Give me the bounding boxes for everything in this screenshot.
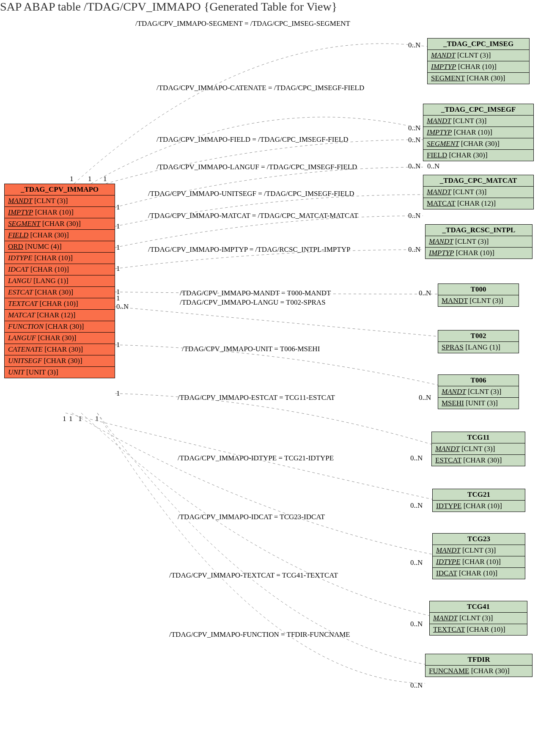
entity-matcat-header: _TDAG_CPC_MATCAT (423, 175, 533, 187)
relation-label: /TDAG/CPV_IMMAPO-LANGU = T002-SPRAS (180, 298, 326, 307)
cardinality-label: 0..N (419, 289, 431, 297)
cardinality-label: 1 (69, 415, 73, 423)
relation-label: /TDAG/CPV_IMMAPO-TEXTCAT = TCG41-TEXTCAT (169, 571, 338, 580)
entity-main-field: SEGMENT [CHAR (30)] (5, 218, 115, 230)
relation-label: /TDAG/CPV_IMMAPO-IMPTYP = /TDAG/RCSC_INT… (148, 245, 350, 254)
cardinality-label: 0..N (408, 245, 420, 254)
entity-main-field: FUNCTION [CHAR (30)] (5, 321, 115, 333)
relation-label: /TDAG/CPV_IMMAPO-LANGUF = /TDAG/CPC_IMSE… (156, 163, 357, 171)
cardinality-label: 0..N (410, 454, 423, 462)
entity-t006-header: T006 (438, 375, 519, 386)
entity-matcat: _TDAG_CPC_MATCATMANDT [CLNT (3)]MATCAT [… (423, 175, 534, 209)
entity-t000: T000MANDT [CLNT (3)] (438, 283, 519, 307)
entity-tcg11-header: TCG11 (432, 432, 525, 443)
cardinality-label: 1 (70, 175, 74, 183)
entity-main-field: ESTCAT [CHAR (30)] (5, 287, 115, 298)
cardinality-label: 0..N (408, 124, 420, 132)
entity-intpl-header: _TDAG_RCSC_INTPL (425, 225, 532, 236)
entity-tcg41: TCG41MANDT [CLNT (3)]TEXTCAT [CHAR (10)] (429, 601, 527, 636)
entity-main-field: UNITSEGF [CHAR (30)] (5, 355, 115, 367)
entity-t006: T006MANDT [CLNT (3)]MSEHI [UNIT (3)] (438, 374, 519, 409)
entity-main-field: ORD [NUMC (4)] (5, 241, 115, 253)
entity-tcg41-header: TCG41 (430, 601, 527, 613)
entity-t006-field: MANDT [CLNT (3)] (438, 386, 519, 398)
entity-tcg41-field: MANDT [CLNT (3)] (430, 613, 527, 624)
cardinality-label: 1 (116, 389, 120, 398)
entity-tcg23-header: TCG23 (433, 534, 525, 545)
cardinality-label: 0..N (410, 620, 423, 628)
cardinality-label: 0..N (408, 162, 420, 171)
cardinality-label: 1 (88, 175, 92, 183)
cardinality-label: 0..N (408, 41, 420, 50)
cardinality-label: 0..N (427, 162, 439, 171)
entity-main-header: _TDAG_CPV_IMMAPO (5, 184, 115, 195)
entity-main: _TDAG_CPV_IMMAPO MANDT [CLNT (3)]IMPTYP … (4, 184, 115, 378)
cardinality-label: 1 (95, 415, 99, 423)
entity-matcat-field: MANDT [CLNT (3)] (423, 187, 533, 198)
relation-label: /TDAG/CPV_IMMAPO-IDCAT = TCG23-IDCAT (178, 513, 325, 521)
entity-tcg21: TCG21IDTYPE [CHAR (10)] (432, 489, 525, 512)
entity-tfdir: TFDIRFUNCNAME [CHAR (30)] (425, 654, 533, 677)
entity-main-field: TEXTCAT [CHAR (10)] (5, 298, 115, 310)
relation-label: /TDAG/CPV_IMMAPO-ESTCAT = TCG11-ESTCAT (178, 394, 335, 402)
entity-main-field: LANGUF [CHAR (30)] (5, 333, 115, 344)
entity-tcg11-field: MANDT [CLNT (3)] (432, 443, 525, 455)
entity-intpl-field: IMPTYP [CHAR (10)] (425, 248, 532, 259)
entity-tcg21-header: TCG21 (433, 489, 525, 501)
entity-imsegf-field: MANDT [CLNT (3)] (423, 116, 533, 127)
entity-imsegf: _TDAG_CPC_IMSEGFMANDT [CLNT (3)]IMPTYP [… (423, 104, 534, 161)
cardinality-label: 0..N (116, 303, 129, 311)
page-title: SAP ABAP table /TDAG/CPV_IMMAPO {Generat… (0, 0, 337, 14)
entity-tcg23-field: MANDT [CLNT (3)] (433, 545, 525, 556)
entity-main-field: UNIT [UNIT (3)] (5, 367, 115, 378)
entity-tcg21-field: IDTYPE [CHAR (10)] (433, 501, 525, 512)
entity-t000-field: MANDT [CLNT (3)] (438, 295, 519, 306)
cardinality-label: 0..N (410, 501, 423, 510)
entity-tfdir-field: FUNCNAME [CHAR (30)] (425, 666, 532, 677)
entity-t006-field: MSEHI [UNIT (3)] (438, 398, 519, 409)
cardinality-label: 1 (103, 175, 107, 183)
cardinality-label: 1 (116, 243, 120, 252)
entity-tcg11-field: ESTCAT [CHAR (30)] (432, 455, 525, 466)
entity-imseg-field: MANDT [CLNT (3)] (428, 50, 529, 61)
entity-main-field: MATCAT [CHAR (12)] (5, 310, 115, 321)
entity-tcg41-field: TEXTCAT [CHAR (10)] (430, 624, 527, 635)
relation-label: /TDAG/CPV_IMMAPO-SEGMENT = /TDAG/CPC_IMS… (135, 19, 350, 28)
relation-label: /TDAG/CPV_IMMAPO-IDTYPE = TCG21-IDTYPE (178, 454, 334, 462)
entity-imseg-header: _TDAG_CPC_IMSEG (428, 39, 529, 50)
entity-imsegf-header: _TDAG_CPC_IMSEGF (423, 104, 533, 116)
entity-tcg23: TCG23MANDT [CLNT (3)]IDTYPE [CHAR (10)]I… (432, 533, 525, 579)
entity-main-field: IMPTYP [CHAR (10)] (5, 207, 115, 218)
entity-main-field: LANGU [LANG (1)] (5, 275, 115, 287)
cardinality-label: 1 (116, 203, 120, 212)
entity-imsegf-field: FIELD [CHAR (30)] (423, 150, 533, 161)
entity-tcg11: TCG11MANDT [CLNT (3)]ESTCAT [CHAR (30)] (431, 432, 525, 466)
entity-imseg-field: SEGMENT [CHAR (30)] (428, 73, 529, 84)
entity-main-field: IDTYPE [CHAR (10)] (5, 253, 115, 264)
cardinality-label: 1 (116, 222, 120, 231)
entity-main-field: MANDT [CLNT (3)] (5, 195, 115, 207)
entity-intpl: _TDAG_RCSC_INTPLMANDT [CLNT (3)]IMPTYP [… (425, 224, 533, 259)
entity-main-field: FIELD [CHAR (30)] (5, 230, 115, 241)
cardinality-label: 1 (78, 415, 82, 423)
entity-intpl-field: MANDT [CLNT (3)] (425, 236, 532, 248)
entity-imseg: _TDAG_CPC_IMSEGMANDT [CLNT (3)]IMPTYP [C… (427, 38, 530, 84)
entity-t002-header: T002 (438, 330, 519, 342)
relation-label: /TDAG/CPV_IMMAPO-MANDT = T000-MANDT (180, 289, 331, 297)
entity-t002: T002SPRAS [LANG (1)] (438, 330, 519, 353)
relation-label: /TDAG/CPV_IMMAPO-MATCAT = /TDAG/CPC_MATC… (148, 212, 358, 220)
entity-main-field: CATENATE [CHAR (30)] (5, 344, 115, 355)
entity-t002-field: SPRAS [LANG (1)] (438, 342, 519, 353)
cardinality-label: 1 (116, 294, 120, 303)
cardinality-label: 0..N (408, 136, 420, 144)
cardinality-label: 0..N (419, 394, 431, 402)
cardinality-label: 0..N (410, 559, 423, 567)
relation-label: /TDAG/CPV_IMMAPO-CATENATE = /TDAG/CPC_IM… (156, 84, 364, 92)
cardinality-label: 0..N (408, 212, 420, 220)
entity-imseg-field: IMPTYP [CHAR (10)] (428, 61, 529, 73)
cardinality-label: 1 (116, 341, 120, 349)
entity-main-field: IDCAT [CHAR (10)] (5, 264, 115, 275)
relation-label: /TDAG/CPV_IMMAPO-UNITSEGF = /TDAG/CPC_IM… (148, 190, 354, 198)
relation-label: /TDAG/CPV_IMMAPO-FIELD = /TDAG/CPC_IMSEG… (156, 135, 349, 144)
cardinality-label: 0..N (410, 681, 423, 690)
